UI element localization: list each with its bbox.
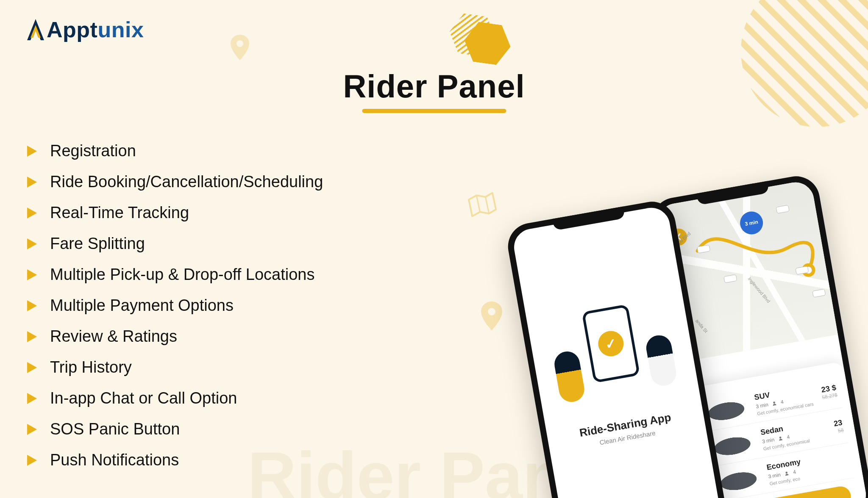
phone-illustration-icon: ✓ — [581, 304, 640, 383]
ride-info: Sedan 3 min 4 Get comfy, economical — [760, 417, 830, 451]
brand-logo-text-part2: unix — [97, 17, 144, 42]
phone-mockups: 3 min ood Blvd Inglewood Blvd anda St SU… — [550, 83, 868, 498]
person-icon — [785, 471, 790, 476]
ride-price: 23 $ 58.27$ — [820, 383, 838, 401]
svg-point-3 — [773, 401, 775, 404]
triangle-bullet-icon — [25, 299, 38, 312]
person-icon — [644, 333, 678, 388]
map-icon — [466, 190, 498, 219]
svg-point-4 — [779, 437, 782, 439]
brand-logo-mark — [25, 17, 46, 42]
feature-label: Trip History — [50, 358, 132, 376]
feature-item: Push Notifications — [25, 451, 323, 469]
ride-seats: 4 — [793, 469, 796, 475]
feature-item: Multiple Payment Options — [25, 296, 323, 315]
triangle-bullet-icon — [25, 423, 38, 436]
ride-info: SUV 3 min 4 Get comfy, economical cars — [754, 383, 817, 416]
triangle-bullet-icon — [25, 268, 38, 281]
ride-seats: 4 — [786, 434, 790, 440]
heading-underline — [362, 109, 506, 113]
map-pin-icon — [479, 301, 504, 332]
page-heading: Rider Panel — [343, 68, 525, 113]
ride-time: 3 min — [768, 472, 781, 480]
feature-item: Real-Time Tracking — [25, 204, 323, 222]
triangle-bullet-icon — [25, 361, 38, 374]
feature-list: Registration Ride Booking/Cancellation/S… — [25, 142, 323, 469]
feature-label: Multiple Payment Options — [50, 296, 234, 315]
feature-label: SOS Panic Button — [50, 420, 180, 438]
triangle-bullet-icon — [25, 392, 38, 405]
feature-item: Trip History — [25, 358, 323, 376]
brand-logo: Apptunix — [25, 17, 144, 42]
page-title: Rider Panel — [343, 68, 525, 105]
ride-price: 23 58 — [833, 418, 844, 434]
feature-label: In-app Chat or Call Option — [50, 389, 237, 407]
triangle-bullet-icon — [25, 330, 38, 343]
feature-item: Ride Booking/Cancellation/Scheduling — [25, 173, 323, 191]
feature-label: Ride Booking/Cancellation/Scheduling — [50, 173, 323, 191]
ride-seats: 4 — [780, 399, 784, 405]
person-icon — [772, 401, 777, 406]
feature-label: Real-Time Tracking — [50, 204, 189, 222]
ride-time: 3 min — [755, 401, 768, 409]
ride-info: Economy 3 min 4 Get comfy, eco — [766, 450, 844, 486]
triangle-bullet-icon — [25, 454, 38, 467]
check-icon: ✓ — [596, 329, 626, 359]
feature-label: Review & Ratings — [50, 327, 177, 346]
feature-label: Registration — [50, 142, 136, 160]
svg-point-1 — [488, 308, 495, 315]
feature-item: Registration — [25, 142, 323, 160]
map-pin-icon — [229, 34, 251, 61]
triangle-bullet-icon — [25, 145, 38, 158]
feature-item: In-app Chat or Call Option — [25, 389, 323, 407]
signin-illustration: ✓ — [539, 278, 683, 409]
feature-label: Push Notifications — [50, 451, 179, 469]
person-icon — [552, 349, 586, 404]
svg-point-0 — [236, 40, 243, 47]
ride-time: 3 min — [762, 437, 775, 445]
brand-logo-text-part1: Appt — [47, 17, 97, 42]
feature-item: Fare Splitting — [25, 235, 323, 253]
feature-item: Review & Ratings — [25, 327, 323, 346]
triangle-bullet-icon — [25, 176, 38, 188]
triangle-bullet-icon — [25, 238, 38, 250]
triangle-bullet-icon — [25, 207, 38, 219]
feature-label: Fare Splitting — [50, 235, 145, 253]
svg-point-5 — [785, 471, 787, 473]
person-icon — [778, 436, 783, 441]
brand-logo-text: Apptunix — [47, 17, 144, 42]
feature-item: SOS Panic Button — [25, 420, 323, 438]
feature-item: Multiple Pick-up & Drop-off Locations — [25, 266, 323, 284]
feature-label: Multiple Pick-up & Drop-off Locations — [50, 266, 314, 284]
